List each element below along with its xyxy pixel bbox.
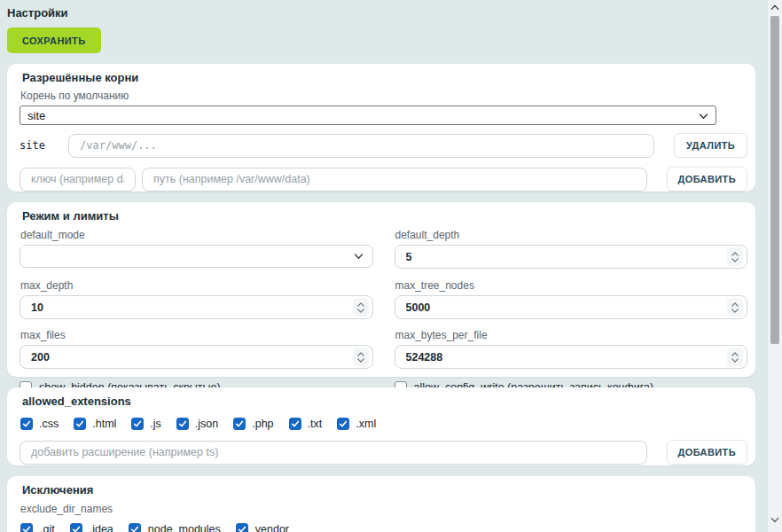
default-depth-input[interactable] bbox=[395, 245, 748, 269]
add-extension-button[interactable]: ДОБАВИТЬ bbox=[667, 440, 748, 465]
default-root-select[interactable]: site bbox=[20, 106, 716, 125]
new-root-key-input[interactable] bbox=[20, 168, 136, 192]
page-title: Настройки bbox=[7, 6, 762, 20]
number-spinner-icon[interactable] bbox=[353, 298, 369, 317]
checkmark-icon bbox=[178, 419, 187, 428]
number-spinner-icon[interactable] bbox=[727, 348, 743, 366]
checkbox-checked[interactable] bbox=[236, 523, 248, 532]
max-files-label: max_files bbox=[20, 329, 373, 341]
checkbox-checked[interactable] bbox=[176, 418, 189, 430]
chevron-down-icon bbox=[699, 109, 708, 122]
number-spinner-icon[interactable] bbox=[353, 348, 369, 366]
checkbox-checked[interactable] bbox=[129, 523, 141, 532]
max-tree-nodes-input[interactable] bbox=[395, 295, 748, 319]
checkbox-checked[interactable] bbox=[233, 418, 246, 430]
exclude-checkbox-vendor[interactable]: vendor bbox=[236, 522, 289, 532]
extensions-card: allowed_extensions .css .html .js .json … bbox=[7, 387, 755, 466]
extension-checkbox-php[interactable]: .php bbox=[233, 417, 273, 431]
root-path-input[interactable] bbox=[68, 134, 654, 158]
checkmark-icon bbox=[72, 525, 81, 532]
add-root-row: ДОБАВИТЬ bbox=[20, 167, 747, 192]
vertical-scrollbar[interactable] bbox=[768, 0, 782, 532]
checkmark-icon bbox=[22, 419, 31, 428]
extension-checkbox-html[interactable]: .html bbox=[74, 417, 116, 431]
default-mode-field: default_mode bbox=[20, 223, 373, 269]
max-files-field: max_files bbox=[20, 319, 373, 369]
checkbox-checked[interactable] bbox=[74, 418, 86, 430]
save-button[interactable]: СОХРАНИТЬ bbox=[7, 27, 101, 53]
exclude-checkbox-node-modules[interactable]: node_modules bbox=[129, 522, 221, 532]
checkbox-checked[interactable] bbox=[70, 523, 82, 532]
add-extension-row: ДОБАВИТЬ bbox=[20, 440, 747, 465]
max-tree-nodes-label: max_tree_nodes bbox=[395, 279, 748, 292]
scrollbar-thumb[interactable] bbox=[770, 16, 779, 344]
max-files-input[interactable] bbox=[20, 345, 373, 369]
checkmark-icon bbox=[291, 419, 300, 428]
checkmark-icon bbox=[133, 419, 142, 428]
chevron-down-icon bbox=[354, 250, 364, 262]
max-depth-label: max_depth bbox=[20, 279, 373, 292]
settings-page: Настройки СОХРАНИТЬ Разрешённые корни Ко… bbox=[0, 0, 768, 532]
extensions-title: allowed_extensions bbox=[22, 395, 747, 409]
number-spinner-icon[interactable] bbox=[727, 247, 743, 266]
root-key-label: site bbox=[20, 139, 68, 152]
allowed-roots-card: Разрешённые корни Корень по умолчанию si… bbox=[7, 64, 755, 192]
exclude-checkbox-git[interactable]: .git bbox=[20, 522, 55, 532]
checkbox-checked[interactable] bbox=[289, 418, 301, 430]
default-mode-select[interactable] bbox=[20, 245, 373, 268]
limits-title: Режим и лимиты bbox=[22, 209, 747, 223]
default-depth-field: default_depth bbox=[395, 223, 748, 269]
exclude-dir-names-row: .git .idea node_modules vendor bbox=[20, 522, 747, 532]
checkbox-checked[interactable] bbox=[337, 418, 349, 430]
checkmark-icon bbox=[238, 525, 246, 532]
root-row: site УДАЛИТЬ bbox=[20, 133, 747, 158]
checkmark-icon bbox=[22, 525, 31, 532]
allowed-roots-title: Разрешённые корни bbox=[22, 71, 747, 85]
new-root-path-input[interactable] bbox=[142, 168, 647, 192]
max-tree-nodes-field: max_tree_nodes bbox=[395, 269, 748, 319]
delete-root-button[interactable]: УДАЛИТЬ bbox=[674, 133, 747, 158]
max-bytes-per-file-input[interactable] bbox=[395, 345, 748, 369]
default-root-label: Корень по умолчанию bbox=[20, 90, 747, 102]
extension-checkbox-css[interactable]: .css bbox=[20, 417, 59, 431]
max-bytes-per-file-label: max_bytes_per_file bbox=[395, 329, 748, 341]
max-depth-input[interactable] bbox=[20, 295, 373, 319]
checkbox-checked[interactable] bbox=[131, 418, 144, 430]
checkmark-icon bbox=[339, 419, 348, 428]
checkmark-icon bbox=[75, 419, 84, 428]
checkmark-icon bbox=[235, 419, 244, 428]
checkmark-icon bbox=[130, 525, 139, 532]
limits-card: Режим и лимиты default_mode default_dept… bbox=[7, 202, 755, 377]
exclusions-card: Исключения exclude_dir_names .git .idea … bbox=[7, 476, 755, 532]
scrollbar-down-icon[interactable] bbox=[768, 513, 782, 526]
extension-checkbox-xml[interactable]: .xml bbox=[337, 417, 376, 431]
exclusions-title: Исключения bbox=[22, 483, 747, 497]
exclude-checkbox-idea[interactable]: .idea bbox=[70, 522, 113, 532]
add-root-button[interactable]: ДОБАВИТЬ bbox=[667, 167, 748, 192]
checkbox-checked[interactable] bbox=[20, 418, 33, 430]
extension-checkbox-js[interactable]: .js bbox=[131, 417, 161, 431]
max-depth-field: max_depth bbox=[20, 269, 373, 319]
checkbox-checked[interactable] bbox=[20, 523, 33, 532]
extension-checkbox-json[interactable]: .json bbox=[176, 417, 218, 431]
extensions-row: .css .html .js .json .php .txt bbox=[20, 417, 747, 431]
max-bytes-per-file-field: max_bytes_per_file bbox=[395, 319, 748, 369]
add-extension-input[interactable] bbox=[20, 441, 647, 465]
default-mode-label: default_mode bbox=[20, 229, 373, 241]
number-spinner-icon[interactable] bbox=[727, 298, 743, 317]
extension-checkbox-txt[interactable]: .txt bbox=[289, 417, 323, 431]
exclude-dir-names-label: exclude_dir_names bbox=[20, 503, 747, 515]
default-depth-label: default_depth bbox=[395, 229, 748, 241]
scrollbar-up-icon[interactable] bbox=[768, 1, 782, 13]
default-root-select-value: site bbox=[27, 109, 45, 122]
